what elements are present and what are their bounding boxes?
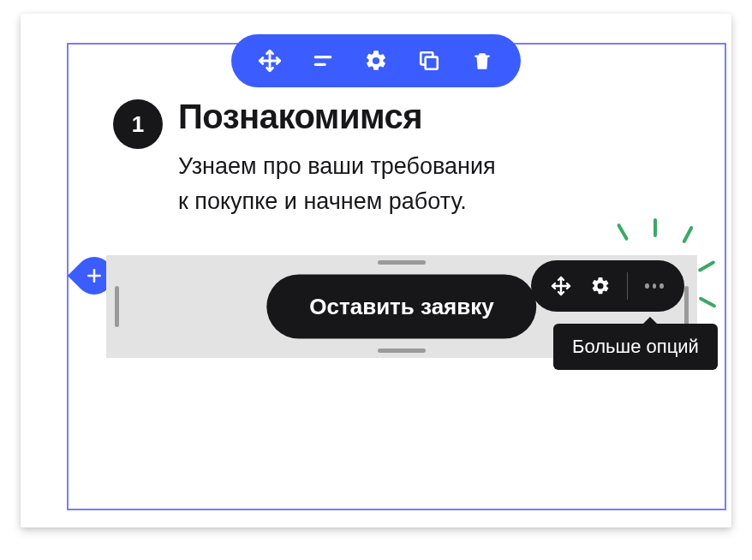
step-title[interactable]: Познакомимся [178, 98, 422, 136]
gear-icon[interactable] [361, 46, 391, 75]
tooltip: Больше опций [553, 324, 718, 370]
svg-rect-4 [426, 57, 438, 69]
step-desc-line1: Узнаем про ваши требования [178, 153, 496, 179]
more-icon [653, 283, 657, 289]
trash-icon[interactable] [468, 46, 497, 75]
plus-icon [86, 267, 103, 284]
step-number-badge: 1 [113, 99, 163, 149]
more-icon [645, 283, 649, 289]
step-number-text: 1 [132, 111, 144, 138]
resize-handle-right[interactable] [684, 286, 689, 327]
cta-button[interactable]: Оставить заявку [266, 275, 536, 339]
more-icon [659, 283, 664, 289]
resize-handle-bottom[interactable] [378, 349, 426, 353]
step-description[interactable]: Узнаем про ваши требования к покупке и н… [178, 149, 496, 218]
step-desc-line2: к покупке и начнем работу. [178, 188, 467, 214]
gear-icon[interactable] [588, 273, 613, 299]
highlight-spark [654, 218, 657, 237]
element-toolbar [531, 260, 684, 312]
block-toolbar [231, 34, 521, 87]
move-icon[interactable] [548, 273, 574, 299]
resize-handle-left[interactable] [115, 286, 119, 327]
copy-icon[interactable] [415, 46, 444, 75]
move-icon[interactable] [255, 46, 284, 75]
more-options-button[interactable] [642, 273, 667, 299]
resize-handle-top[interactable] [378, 260, 426, 265]
editor-canvas: 1 Познакомимся Узнаем про ваши требовани… [21, 14, 731, 527]
toolbar-divider [627, 272, 628, 300]
align-icon[interactable] [308, 46, 337, 75]
